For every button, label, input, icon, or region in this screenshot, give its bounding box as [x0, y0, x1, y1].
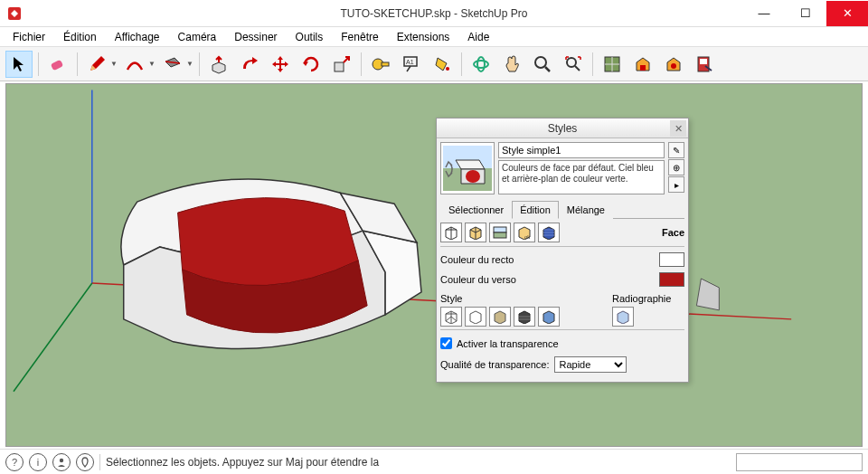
transparency-check-label: Activer la transparence [457, 338, 559, 349]
styles-panel[interactable]: Styles ✕ Couleurs de face par défaut. Ci… [436, 118, 689, 383]
quality-label: Qualité de transparence: [440, 359, 549, 370]
svg-point-8 [446, 67, 449, 71]
rotate-tool[interactable] [297, 51, 325, 78]
3d-warehouse-tool[interactable] [629, 51, 656, 78]
layout-tool[interactable] [691, 51, 718, 78]
select-tool[interactable] [5, 51, 33, 78]
display-shaded-textures-button[interactable] [514, 307, 535, 327]
menu-camera[interactable]: Caméra [169, 29, 226, 45]
paint-bucket-tool[interactable] [429, 51, 456, 78]
tab-edition[interactable]: Édition [512, 201, 559, 219]
menu-affichage[interactable]: Affichage [106, 29, 169, 45]
info-icon[interactable]: i [29, 453, 47, 471]
svg-text:A1: A1 [406, 59, 414, 65]
panel-close-button[interactable]: ✕ [670, 120, 686, 137]
pencil-tool[interactable] [83, 51, 110, 78]
menu-fenetre[interactable]: Fenêtre [332, 29, 387, 45]
orbit-tool[interactable] [467, 51, 495, 78]
minimize-button[interactable]: — [743, 1, 785, 26]
scale-tool[interactable] [328, 51, 355, 78]
svg-rect-1 [51, 59, 63, 70]
extension-warehouse-tool[interactable] [660, 51, 687, 78]
svg-point-27 [466, 170, 480, 183]
display-shaded-button[interactable] [489, 307, 511, 327]
menu-bar: Fichier Édition Affichage Caméra Dessine… [0, 27, 868, 47]
text-tool[interactable]: A1 [398, 51, 425, 78]
main-toolbar: ▼ ▼ ▼ A1 [0, 47, 868, 81]
modeling-settings-button[interactable] [538, 223, 560, 242]
face-section-label: Face [662, 227, 684, 238]
status-bar: ? i Sélectionnez les objets. Appuyez sur… [0, 449, 868, 474]
pencil-dropdown[interactable]: ▼ [110, 52, 118, 77]
maximize-button[interactable]: ☐ [785, 1, 826, 26]
style-menu-button[interactable]: ▸ [668, 176, 684, 193]
svg-line-14 [575, 66, 580, 71]
style-update-button[interactable]: ✎ [668, 142, 684, 158]
front-color-swatch[interactable] [659, 252, 684, 267]
quality-select[interactable]: Rapide [554, 356, 627, 373]
measurement-input[interactable] [736, 453, 863, 471]
arc-dropdown[interactable]: ▼ [148, 52, 156, 77]
move-tool[interactable] [267, 51, 294, 78]
style-thumbnail[interactable] [440, 142, 495, 194]
edge-settings-button[interactable] [440, 223, 462, 242]
svg-text:ok: ok [524, 234, 531, 240]
rectangle-tool[interactable] [159, 51, 186, 78]
display-wireframe-button[interactable] [440, 307, 462, 327]
menu-aide[interactable]: Aide [458, 29, 498, 45]
push-pull-tool[interactable] [205, 51, 232, 78]
3d-viewport[interactable] [5, 83, 863, 447]
pan-tool[interactable] [498, 51, 525, 78]
display-hidden-line-button[interactable] [465, 307, 486, 327]
svg-rect-19 [700, 59, 707, 64]
panel-title-bar[interactable]: Styles ✕ [437, 118, 688, 138]
panel-tabs: Sélectionner Édition Mélange [440, 200, 684, 219]
tab-selectionner[interactable]: Sélectionner [440, 201, 512, 219]
menu-outils[interactable]: Outils [287, 29, 333, 45]
panel-body: Couleurs de face par défaut. Ciel bleu e… [437, 138, 688, 382]
svg-line-12 [545, 67, 550, 71]
xray-button[interactable] [612, 307, 634, 327]
style-create-button[interactable]: ⊕ [668, 159, 684, 175]
zoom-extents-tool[interactable] [560, 51, 587, 78]
back-color-swatch[interactable] [659, 272, 684, 287]
style-name-input[interactable] [498, 142, 665, 158]
help-icon[interactable]: ? [5, 453, 24, 471]
tape-measure-tool[interactable] [367, 51, 394, 78]
menu-extensions[interactable]: Extensions [388, 29, 459, 45]
window-controls: — ☐ ✕ [743, 1, 868, 26]
svg-point-17 [671, 63, 676, 69]
tab-melange[interactable]: Mélange [559, 201, 613, 219]
close-button[interactable]: ✕ [826, 1, 868, 26]
svg-point-11 [535, 57, 546, 68]
follow-me-tool[interactable] [236, 51, 263, 78]
watermark-settings-button[interactable]: ok [514, 223, 535, 242]
menu-dessiner[interactable]: Dessiner [225, 29, 286, 45]
toolbar-separator [38, 52, 39, 76]
status-separator [99, 454, 100, 470]
face-settings-button[interactable] [465, 223, 486, 242]
svg-rect-16 [640, 65, 646, 71]
geo-icon[interactable] [76, 453, 94, 471]
user-icon[interactable] [52, 453, 71, 471]
panel-divider [440, 246, 684, 247]
menu-fichier[interactable]: Fichier [4, 29, 54, 45]
add-location-tool[interactable] [599, 51, 626, 78]
status-hint: Sélectionnez les objets. Appuyez sur Maj… [106, 456, 379, 469]
style-description[interactable]: Couleurs de face par défaut. Ciel bleu e… [498, 160, 665, 194]
toolbar-separator [592, 52, 593, 76]
menu-edition[interactable]: Édition [54, 29, 106, 45]
back-color-label: Couleur du verso [440, 274, 516, 285]
panel-divider [440, 329, 684, 330]
toolbar-separator [361, 52, 362, 76]
front-color-label: Couleur du recto [440, 254, 514, 265]
rectangle-dropdown[interactable]: ▼ [186, 52, 193, 77]
3d-scene [6, 84, 862, 446]
display-monochrome-button[interactable] [538, 307, 560, 327]
eraser-tool[interactable] [44, 51, 71, 78]
title-bar: TUTO-SKETCHUP.skp - SketchUp Pro — ☐ ✕ [0, 0, 868, 27]
arc-tool[interactable] [121, 51, 148, 78]
zoom-tool[interactable] [529, 51, 556, 78]
background-settings-button[interactable] [489, 223, 511, 242]
transparency-checkbox[interactable] [440, 337, 452, 349]
